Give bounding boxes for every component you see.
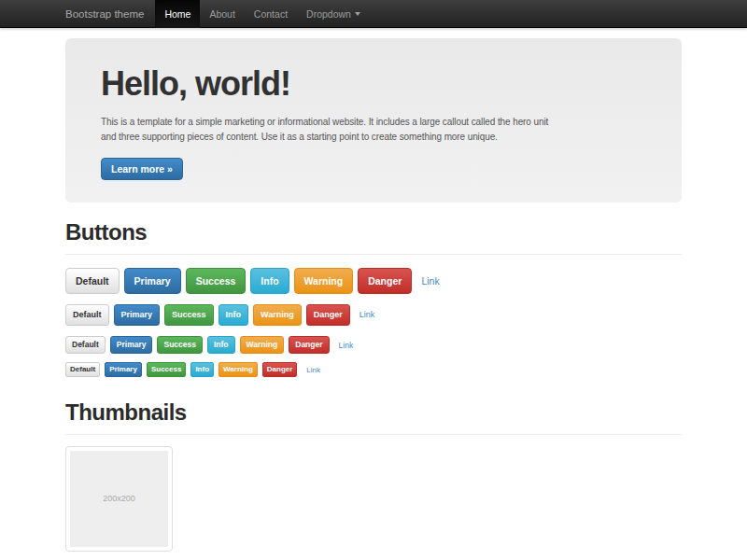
buttons-section-header: Buttons — [65, 219, 682, 255]
button-row-default: Default Primary Success Info Warning Dan… — [65, 304, 682, 325]
learn-more-button[interactable]: Learn more » — [101, 158, 183, 180]
thumbnails-section-title: Thumbnails — [65, 399, 682, 426]
button-row-extra-small: Default Primary Success Info Warning Dan… — [65, 362, 682, 376]
button-success-lg[interactable]: Success — [186, 268, 247, 294]
hero-paragraph-line1: This is a template for a simple marketin… — [101, 115, 646, 130]
navbar-menu: Home About Contact Dropdown — [155, 0, 370, 28]
nav-item-home-label: Home — [164, 8, 190, 20]
hero-paragraph-line2: and three supporting pieces of content. … — [101, 130, 646, 145]
button-default-lg[interactable]: Default — [65, 268, 120, 294]
button-warning-lg[interactable]: Warning — [294, 268, 354, 294]
nav-item-contact[interactable]: Contact — [245, 0, 297, 28]
nav-item-about[interactable]: About — [200, 0, 244, 28]
link-button-sm[interactable]: Link — [339, 341, 354, 350]
button-info-sm[interactable]: Info — [207, 336, 235, 355]
button-success-sm[interactable]: Success — [157, 336, 203, 355]
button-row-small: Default Primary Success Info Warning Dan… — [65, 336, 682, 355]
link-button-xs[interactable]: Link — [306, 366, 320, 374]
button-danger-sm[interactable]: Danger — [289, 336, 329, 355]
nav-item-dropdown-label: Dropdown — [306, 8, 351, 20]
button-success-md[interactable]: Success — [164, 304, 214, 325]
button-success-xs[interactable]: Success — [147, 362, 186, 376]
nav-item-contact-label: Contact — [254, 8, 288, 20]
nav-item-dropdown[interactable]: Dropdown — [297, 0, 370, 28]
button-primary-sm[interactable]: Primary — [110, 336, 153, 355]
nav-item-home[interactable]: Home — [155, 0, 200, 28]
nav-item-about-label: About — [209, 8, 234, 20]
hero-unit: Hello, world! This is a template for a s… — [65, 38, 682, 203]
button-primary-xs[interactable]: Primary — [105, 362, 142, 376]
button-danger-md[interactable]: Danger — [306, 304, 350, 325]
hero-paragraph: This is a template for a simple marketin… — [101, 115, 646, 145]
button-warning-sm[interactable]: Warning — [240, 336, 285, 355]
navbar: Bootstrap theme Home About Contact Dropd… — [0, 0, 747, 28]
thumbnails-section-header: Thumbnails — [65, 399, 682, 435]
button-info-md[interactable]: Info — [218, 304, 249, 325]
link-button-lg[interactable]: Link — [421, 275, 439, 287]
button-default-md[interactable]: Default — [65, 304, 109, 325]
button-info-xs[interactable]: Info — [190, 362, 214, 376]
button-default-xs[interactable]: Default — [65, 362, 100, 376]
button-danger-lg[interactable]: Danger — [358, 268, 412, 294]
button-row-large: Default Primary Success Info Warning Dan… — [65, 268, 682, 294]
buttons-section-title: Buttons — [65, 219, 682, 245]
button-info-lg[interactable]: Info — [250, 268, 289, 294]
button-warning-xs[interactable]: Warning — [218, 362, 258, 376]
button-primary-md[interactable]: Primary — [114, 304, 161, 325]
button-primary-lg[interactable]: Primary — [124, 268, 181, 294]
navbar-brand[interactable]: Bootstrap theme — [65, 0, 144, 28]
thumbnail[interactable]: 200x200 — [65, 446, 173, 552]
link-button-md[interactable]: Link — [359, 310, 375, 319]
hero-title: Hello, world! — [101, 63, 646, 104]
caret-down-icon — [355, 12, 360, 16]
button-warning-md[interactable]: Warning — [253, 304, 302, 325]
placeholder-image: 200x200 — [70, 451, 168, 547]
button-danger-xs[interactable]: Danger — [262, 362, 298, 376]
button-default-sm[interactable]: Default — [65, 336, 106, 355]
